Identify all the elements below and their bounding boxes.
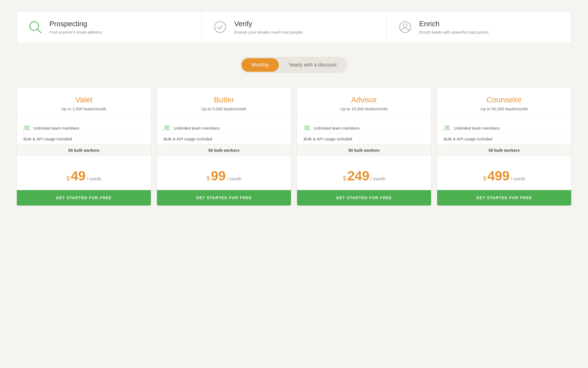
card-header-butler: Butler Up to 5,000 leads/month [157,87,291,117]
card-title-butler: Butler [164,95,284,104]
pricing-grid: Valet Up to 1,000 leads/month Unlimited … [17,87,571,206]
pricing-card-valet: Valet Up to 1,000 leads/month Unlimited … [17,87,151,206]
svg-point-5 [25,126,27,128]
card-subtitle-counselor: Up to 50,000 leads/month [444,106,565,111]
feature-text: Bulk & API usage included [23,137,72,141]
price-dollar-advisor: $ [343,175,346,182]
enrich-title: Enrich [419,20,489,28]
svg-point-4 [403,24,407,28]
price-dollar-butler: $ [207,175,210,182]
svg-point-6 [27,126,29,128]
price-dollar-counselor: $ [483,175,486,182]
feature-highlight-butler-2: 50 bulk workers [157,144,291,156]
feature-tabs: Prospecting Find anyone's email address … [17,11,571,43]
card-title-counselor: Counselor [444,95,565,104]
svg-point-10 [308,126,309,128]
card-subtitle-butler: Up to 5,000 leads/month [164,106,284,111]
price-amount-butler: 99 [211,168,226,183]
card-header-valet: Valet Up to 1,000 leads/month [17,87,151,117]
price-period-butler: / month [227,177,241,182]
price-amount-advisor: 249 [347,168,369,183]
feature-text: Unlimited team members [314,126,360,130]
card-features-valet: Unlimited team members Bulk & API usage … [17,117,151,162]
card-pricing-counselor: $ 499 / month [437,162,571,190]
feature-row-valet-1: Bulk & API usage included [23,134,144,144]
svg-point-11 [445,126,447,128]
price-amount-counselor: 499 [487,168,509,183]
feature-highlight-advisor-2: 50 bulk workers [297,144,431,156]
feature-highlight-valet-2: 50 bulk workers [17,144,151,156]
feature-row-butler-1: Bulk & API usage included [164,134,284,144]
enrich-text: Enrich Enrich leads with powerful data p… [419,20,489,34]
prospecting-text: Prospecting Find anyone's email address [49,20,102,34]
feature-text: 50 bulk workers [348,148,379,153]
svg-line-1 [38,29,41,33]
feature-text: Unlimited team members [33,126,79,130]
card-header-counselor: Counselor Up to 50,000 leads/month [437,87,571,117]
verify-text: Verify Ensure your emails reach real peo… [234,20,303,34]
feature-row-counselor-1: Bulk & API usage included [444,134,565,144]
verify-icon [213,20,228,34]
feature-tab-enrich[interactable]: Enrich Enrich leads with powerful data p… [387,11,571,43]
prospecting-subtitle: Find anyone's email address [49,30,102,34]
svg-point-8 [167,126,169,128]
feature-row-advisor-0: Unlimited team members [304,122,424,134]
feature-text: Unlimited team members [173,126,220,130]
feature-highlight-counselor-2: 50 bulk workers [437,144,571,156]
card-subtitle-advisor: Up to 15,000 leads/month [304,106,424,111]
cta-button-counselor[interactable]: GET STARTED FOR FREE [437,190,571,206]
search-icon [28,20,43,34]
price-amount-valet: 49 [71,168,85,183]
price-display-valet: $ 49 / month [23,168,144,183]
card-title-valet: Valet [23,95,144,104]
enrich-subtitle: Enrich leads with powerful data points [419,30,489,34]
team-icon [444,125,450,131]
card-pricing-valet: $ 49 / month [17,162,151,190]
billing-toggle: Monthly Yearly with a discount [240,57,348,73]
feature-row-valet-0: Unlimited team members [23,122,144,134]
feature-row-butler-0: Unlimited team members [164,122,284,134]
card-pricing-butler: $ 99 / month [157,162,291,190]
feature-text: Bulk & API usage included [304,137,352,141]
feature-tab-verify[interactable]: Verify Ensure your emails reach real peo… [202,11,386,43]
cta-button-advisor[interactable]: GET STARTED FOR FREE [297,190,431,206]
feature-text: 50 bulk workers [68,148,99,153]
verify-subtitle: Ensure your emails reach real people [234,30,303,34]
card-subtitle-valet: Up to 1,000 leads/month [23,106,144,111]
feature-text: Unlimited team members [454,126,500,130]
monthly-toggle-button[interactable]: Monthly [242,58,279,72]
card-title-advisor: Advisor [304,95,424,104]
feature-tab-prospecting[interactable]: Prospecting Find anyone's email address [17,11,202,43]
card-features-butler: Unlimited team members Bulk & API usage … [157,117,291,162]
card-features-advisor: Unlimited team members Bulk & API usage … [297,117,431,162]
prospecting-title: Prospecting [49,20,102,28]
card-header-advisor: Advisor Up to 15,000 leads/month [297,87,431,117]
feature-row-advisor-1: Bulk & API usage included [304,134,424,144]
feature-text: 50 bulk workers [208,148,239,153]
card-features-counselor: Unlimited team members Bulk & API usage … [437,117,571,162]
price-period-valet: / month [87,177,101,182]
yearly-toggle-button[interactable]: Yearly with a discount [279,58,346,72]
feature-text: Bulk & API usage included [164,137,212,141]
svg-point-7 [165,126,167,128]
pricing-card-butler: Butler Up to 5,000 leads/month Unlimited… [157,87,291,206]
price-dollar-valet: $ [66,175,70,182]
cta-button-valet[interactable]: GET STARTED FOR FREE [17,190,151,206]
team-icon [23,125,30,131]
svg-point-12 [448,126,450,128]
pricing-card-counselor: Counselor Up to 50,000 leads/month Unlim… [437,87,571,206]
team-icon [164,125,170,131]
cta-button-butler[interactable]: GET STARTED FOR FREE [157,190,291,206]
svg-point-2 [215,22,226,33]
price-display-advisor: $ 249 / month [304,168,424,183]
price-period-advisor: / month [370,177,385,182]
person-icon [398,20,413,34]
card-pricing-advisor: $ 249 / month [297,162,431,190]
feature-row-counselor-0: Unlimited team members [444,122,565,134]
svg-point-9 [305,126,307,128]
price-display-counselor: $ 499 / month [444,168,565,183]
price-period-counselor: / month [511,177,525,182]
price-display-butler: $ 99 / month [164,168,284,183]
billing-toggle-wrapper: Monthly Yearly with a discount [17,57,571,73]
feature-text: 50 bulk workers [488,148,520,153]
